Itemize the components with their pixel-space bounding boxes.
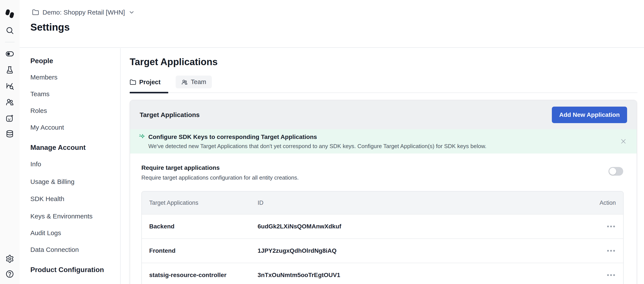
add-new-application-button[interactable]: Add New Application xyxy=(552,107,627,123)
toggle-knob xyxy=(609,168,616,175)
datastore-icon[interactable] xyxy=(6,130,14,138)
sdk-keys-banner: Configure SDK Keys to corresponding Targ… xyxy=(130,129,637,154)
rail-divider xyxy=(5,42,14,42)
column-header-action: Action xyxy=(577,200,616,206)
metrics-explore-icon[interactable] xyxy=(6,82,14,90)
table-header-row: Target Applications ID Action xyxy=(142,192,623,214)
banner-description: We've detected new Target Applications t… xyxy=(148,143,627,150)
require-target-applications-row: Require target applications Require targ… xyxy=(142,164,624,181)
row-actions-menu-icon[interactable] xyxy=(577,226,616,227)
nav-item-keys-environments[interactable]: Keys & Environments xyxy=(30,213,92,220)
card-body: Require target applications Require targ… xyxy=(130,154,637,284)
app-id: 3nTxOuNmtm5ooTrEgtOUV1 xyxy=(258,272,577,278)
require-target-applications-toggle[interactable] xyxy=(608,167,623,176)
app-name: Backend xyxy=(149,223,258,230)
row-actions-menu-icon[interactable] xyxy=(577,250,616,252)
column-header-id: ID xyxy=(258,200,577,206)
search-icon[interactable] xyxy=(6,26,14,35)
column-header-target-applications: Target Applications xyxy=(149,200,258,206)
tab-team[interactable]: Team xyxy=(176,76,212,88)
app-name: statsig-resource-controller xyxy=(149,272,258,278)
tab-project[interactable]: Project xyxy=(130,79,168,86)
nav-item-sdk-health[interactable]: SDK Health xyxy=(30,195,64,203)
nav-section-manage-account: Manage Account xyxy=(30,144,86,152)
nav-item-roles[interactable]: Roles xyxy=(30,107,47,114)
chevron-down-icon xyxy=(128,9,135,16)
active-tab-underline xyxy=(130,92,168,93)
tab-team-label: Team xyxy=(191,78,206,86)
settings-gear-icon[interactable] xyxy=(6,254,14,263)
nav-item-info[interactable]: Info xyxy=(30,161,41,168)
card-title: Target Applications xyxy=(140,111,200,118)
row-actions-menu-icon[interactable] xyxy=(577,274,616,276)
table-row: statsig-resource-controller 3nTxOuNmtm5o… xyxy=(142,263,623,284)
top-header: Demo: Shoppy Retail [WHN] Settings xyxy=(20,0,644,48)
statsig-logo[interactable] xyxy=(5,9,15,19)
settings-nav: People Members Teams Roles My Account Ma… xyxy=(20,48,120,284)
section-title: Target Applications xyxy=(130,56,218,67)
app-id: 1JPY2zugxQdhOlrdNg8iAQ xyxy=(258,247,577,254)
target-applications-table: Target Applications ID Action Backend 6u… xyxy=(142,191,624,284)
app-id: 6udGk2LXiNsQOMAnwXdkuf xyxy=(258,223,577,230)
tab-bar-divider xyxy=(130,92,638,93)
close-icon[interactable] xyxy=(620,138,627,145)
gate-toggle-icon[interactable] xyxy=(6,50,14,58)
tab-bar: Project Team xyxy=(130,74,638,93)
toggle-label: Require target applications xyxy=(142,164,624,171)
nav-item-my-account[interactable]: My Account xyxy=(30,124,64,131)
tab-project-label: Project xyxy=(139,79,160,86)
folder-icon xyxy=(32,9,39,16)
project-selector-label: Demo: Shoppy Retail [WHN] xyxy=(42,9,125,16)
nav-item-usage-billing[interactable]: Usage & Billing xyxy=(30,178,74,185)
toggle-description: Require target applications configuratio… xyxy=(142,174,624,181)
target-applications-card: Target Applications Add New Application … xyxy=(130,100,637,284)
team-icon xyxy=(181,79,188,85)
app-name: Frontend xyxy=(149,247,258,254)
help-icon[interactable] xyxy=(6,270,14,278)
nav-section-product-configuration: Product Configuration xyxy=(30,266,104,274)
users-icon[interactable] xyxy=(6,98,14,106)
table-row: Backend 6udGk2LXiNsQOMAnwXdkuf xyxy=(142,214,623,238)
card-header: Target Applications Add New Application xyxy=(130,100,637,129)
nav-item-members[interactable]: Members xyxy=(30,74,58,81)
project-selector[interactable]: Demo: Shoppy Retail [WHN] xyxy=(32,9,135,16)
experiment-flask-icon[interactable] xyxy=(6,66,14,74)
nav-item-teams[interactable]: Teams xyxy=(30,90,50,98)
sparkle-icon xyxy=(138,133,146,141)
nav-section-people: People xyxy=(30,57,53,65)
ai-assist-icon[interactable] xyxy=(6,114,14,122)
nav-item-audit-logs[interactable]: Audit Logs xyxy=(30,229,61,237)
banner-title: Configure SDK Keys to corresponding Targ… xyxy=(148,133,317,140)
icon-rail xyxy=(0,0,20,284)
page-title: Settings xyxy=(30,21,70,33)
folder-icon xyxy=(130,79,136,86)
main-content: Target Applications Project Team Tar xyxy=(120,48,644,284)
nav-item-data-connection[interactable]: Data Connection xyxy=(30,246,79,253)
table-row: Frontend 1JPY2zugxQdhOlrdNg8iAQ xyxy=(142,238,623,263)
